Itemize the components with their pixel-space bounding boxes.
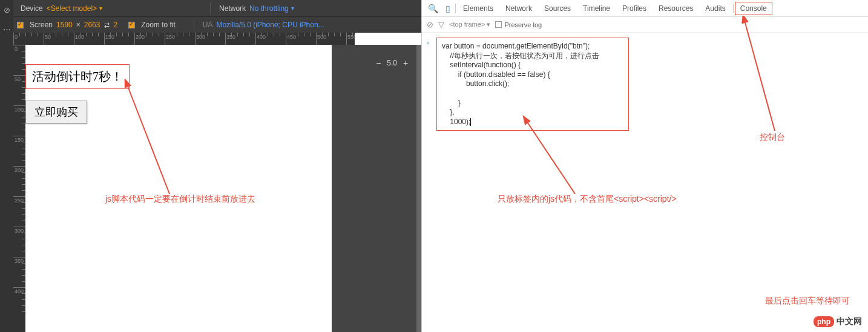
zoom-value: 5.0	[387, 59, 397, 67]
screen-width[interactable]: 1590	[56, 21, 73, 29]
emulation-toolbar: Device <Select model> Network No throttl…	[13, 0, 421, 33]
filter-icon[interactable]: ▽	[438, 20, 444, 29]
separator	[455, 4, 456, 13]
tab-timeline[interactable]: Timeline	[577, 0, 616, 17]
devtools-tab-bar: 🔍 ▯ Elements Network Sources Timeline Pr…	[422, 0, 868, 17]
frame-selector[interactable]: <top frame> ▾	[449, 21, 490, 28]
zoom-controls: − 5.0 +	[373, 58, 410, 68]
left-icon-sidebar: ⊘ ⋯	[0, 0, 13, 332]
console-toolbar: ⊘ ▽ <top frame> ▾ Preserve log	[422, 17, 868, 33]
separator	[733, 4, 734, 13]
tab-sources[interactable]: Sources	[538, 0, 577, 17]
countdown-text: 活动倒计时7秒！	[25, 64, 130, 89]
preserve-log-label: Preserve log	[504, 21, 542, 28]
ua-label: UA	[203, 21, 213, 29]
preserve-log-checkbox[interactable]: Preserve log	[495, 21, 542, 28]
annotation-text-code: 只放标签内的js代码，不含首尾<script><script/>	[498, 194, 677, 205]
logo-php: php	[814, 316, 834, 327]
scrollbar[interactable]	[416, 45, 421, 332]
console-code-input[interactable]: var button = document.getElementById("bt…	[436, 38, 629, 131]
divider	[194, 19, 194, 31]
divider	[210, 2, 211, 15]
devtools-panel: 🔍 ▯ Elements Network Sources Timeline Pr…	[421, 0, 868, 332]
tab-resources[interactable]: Resources	[653, 0, 699, 17]
logo-cn: 中文网	[837, 316, 862, 327]
vertical-ruler: 050100150200250300350400	[13, 45, 25, 332]
no-entry-icon[interactable]: ⊘	[1, 4, 13, 16]
emulated-page: 活动倒计时7秒！ 立即购买	[25, 45, 332, 332]
prompt-icon: ›	[427, 39, 429, 46]
zoom-in-icon[interactable]: +	[401, 58, 410, 68]
screen-checkbox[interactable]	[17, 22, 24, 28]
tab-audits[interactable]: Audits	[699, 0, 731, 17]
network-select[interactable]: No throttling	[249, 4, 294, 13]
screen-height[interactable]: 2663	[84, 21, 100, 29]
annotation-text-left: js脚本代码一定要在倒计时结束前放进去	[105, 194, 255, 205]
swap-icon[interactable]: ⇄	[102, 21, 111, 29]
console-body[interactable]: › var button = document.getElementById("…	[422, 33, 868, 136]
annotation-text-console: 控制台	[760, 132, 785, 143]
zoom-out-icon[interactable]: −	[373, 58, 383, 68]
zoom-fit-label: Zoom to fit	[141, 21, 176, 29]
dark-gutter: − 5.0 +	[332, 45, 421, 332]
tab-console[interactable]: Console	[735, 2, 772, 15]
tab-profiles[interactable]: Profiles	[616, 0, 653, 17]
watermark-logo: php 中文网	[814, 316, 862, 327]
tab-network[interactable]: Network	[499, 0, 538, 17]
zoom-checkbox[interactable]	[128, 22, 135, 28]
text-cursor	[470, 118, 471, 126]
device-icon[interactable]: ▯	[442, 4, 454, 13]
tool-icon[interactable]: ⋯	[1, 23, 13, 35]
tab-elements[interactable]: Elements	[457, 0, 499, 17]
pixel-ratio[interactable]: 2	[113, 21, 117, 29]
ua-value[interactable]: Mozilla/5.0 (iPhone; CPU iPhon...	[217, 21, 324, 29]
search-icon[interactable]: 🔍	[424, 4, 442, 13]
device-emulation-panel: ⊘ ⋯ Device <Select model> Network No thr…	[0, 0, 421, 332]
device-label: Device	[21, 4, 43, 13]
horizontal-ruler: 050100150200250300350400450500550600650	[13, 33, 355, 45]
network-label: Network	[219, 4, 246, 13]
screen-label: Screen	[30, 21, 53, 29]
buy-button[interactable]: 立即购买	[25, 101, 87, 124]
checkbox-icon	[495, 21, 502, 28]
device-select[interactable]: <Select model>	[47, 4, 102, 13]
dimension-x: ×	[76, 21, 81, 29]
clear-console-icon[interactable]: ⊘	[427, 20, 433, 29]
annotation-text-final: 最后点击回车等待即可	[765, 296, 850, 307]
